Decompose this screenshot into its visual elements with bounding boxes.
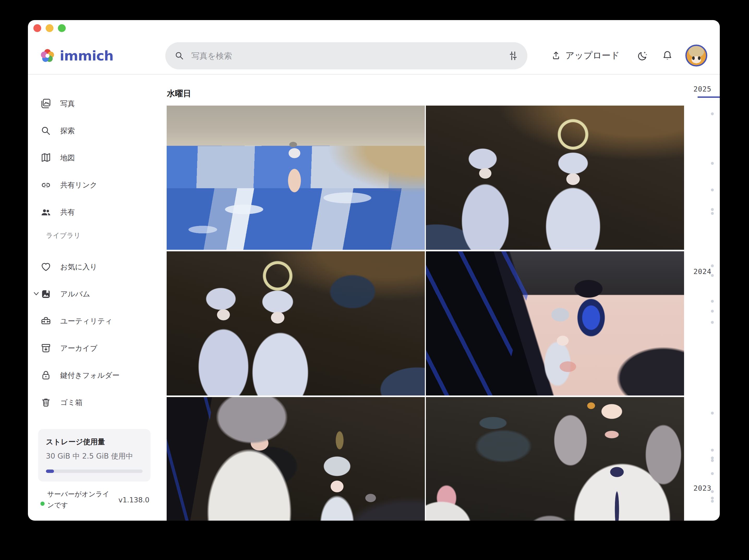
scrubber-dot (711, 490, 714, 493)
sidebar-item-shared-links[interactable]: 共有リンク (28, 177, 167, 193)
date-group-header: 水曜日 (167, 88, 191, 99)
chevron-down-icon[interactable] (34, 292, 39, 296)
people-icon (40, 207, 51, 218)
search-input[interactable] (191, 51, 501, 61)
sidebar-item-trash[interactable]: ゴミ箱 (28, 395, 167, 410)
app-header: immich アップロード (28, 20, 720, 74)
album-icon (40, 288, 51, 300)
sidebar-item-label: 地図 (60, 153, 75, 163)
sidebar-item-archive[interactable]: アーカイブ (28, 341, 167, 356)
sidebar-item-explore[interactable]: 探索 (28, 123, 167, 139)
storage-progress-fill (46, 470, 54, 473)
scrubber-dot (711, 472, 714, 475)
archive-icon (40, 343, 51, 354)
link-icon (40, 179, 51, 191)
scrubber-dot (711, 274, 714, 277)
photo-thumbnail[interactable] (167, 106, 425, 250)
sidebar-item-label: アルバム (60, 289, 90, 299)
sidebar-item-label: 共有 (60, 207, 75, 217)
heart-icon (40, 261, 51, 273)
sidebar-item-label: お気に入り (60, 262, 97, 272)
upload-icon (551, 50, 561, 61)
sidebar-item-photos[interactable]: 写真 (28, 96, 167, 112)
app-window: immich アップロード (28, 20, 720, 521)
storage-usage-text: 30 GiB 中 2.5 GiB 使用中 (46, 451, 143, 461)
upload-label: アップロード (565, 49, 620, 62)
sidebar-item-favorites[interactable]: お気に入り (28, 259, 167, 275)
lock-icon (40, 370, 51, 381)
sidebar-item-albums[interactable]: アルバム (28, 286, 167, 302)
toolbox-icon (40, 316, 51, 327)
immich-logo[interactable]: immich (39, 47, 113, 64)
photo-thumbnail[interactable] (167, 251, 425, 395)
photo-grid (167, 106, 684, 521)
scrubber-year-2023[interactable]: 2023 (693, 484, 711, 492)
timeline-scrubber[interactable]: 2025 2024 2023 (684, 74, 720, 520)
scrubber-dot (711, 310, 714, 313)
photos-icon (40, 98, 51, 109)
server-status-text: サーバーがオンラインです (47, 489, 115, 511)
scrubber-dot (711, 412, 714, 414)
scrubber-dot (711, 459, 714, 462)
sidebar-item-label: 探索 (60, 126, 75, 136)
server-online-dot (40, 502, 45, 506)
minimize-button[interactable] (46, 24, 53, 32)
sidebar-item-sharing[interactable]: 共有 (28, 204, 167, 220)
scrubber-dot (711, 112, 714, 115)
photo-thumbnail[interactable] (167, 397, 425, 521)
sidebar-item-utilities[interactable]: ユーティリティ (28, 314, 167, 329)
sidebar: 写真 探索 地図 共有 (28, 74, 167, 520)
notifications-bell-icon[interactable] (661, 50, 673, 62)
map-icon (40, 152, 51, 164)
scrubber-dot (711, 189, 714, 191)
app-body: 写真 探索 地図 共有 (28, 74, 720, 520)
scrubber-dot (711, 449, 714, 452)
scrubber-dot (711, 500, 714, 503)
scrubber-dot (711, 497, 714, 499)
photo-timeline: 水曜日 (167, 74, 684, 520)
storage-progress-track (46, 470, 143, 473)
sidebar-item-map[interactable]: 地図 (28, 150, 167, 166)
sidebar-item-label: 鍵付きフォルダー (60, 370, 120, 380)
upload-button[interactable]: アップロード (551, 47, 620, 64)
sidebar-section-library: ライブラリ (46, 232, 167, 239)
scrubber-dot (711, 300, 714, 303)
user-avatar[interactable] (685, 45, 707, 66)
scrubber-dot (711, 162, 714, 165)
window-controls (34, 24, 66, 32)
scrubber-dot (711, 208, 714, 211)
photo-thumbnail[interactable] (426, 397, 684, 521)
photo-thumbnail[interactable] (426, 251, 684, 395)
server-version: v1.138.0 (119, 496, 149, 504)
sidebar-item-locked-folder[interactable]: 鍵付きフォルダー (28, 368, 167, 383)
dark-mode-icon[interactable] (637, 50, 648, 62)
scrubber-year-2024[interactable]: 2024 (693, 267, 711, 276)
zoom-button[interactable] (58, 24, 66, 32)
search-filter-icon[interactable] (508, 50, 518, 61)
scrubber-year-2025[interactable]: 2025 (693, 85, 711, 93)
storage-title: ストレージ使用量 (46, 437, 143, 447)
search-bar[interactable] (165, 42, 527, 69)
desktop-background: { "window": { "traffic_lights": { "close… (0, 0, 749, 560)
scrubber-active-year-indicator (698, 96, 720, 98)
sidebar-item-label: 写真 (60, 99, 75, 109)
search-icon (40, 125, 51, 136)
immich-flower-icon (39, 47, 56, 64)
close-button[interactable] (34, 24, 41, 32)
trash-icon (40, 397, 51, 408)
scrubber-dot (711, 264, 714, 267)
sidebar-item-label: ゴミ箱 (60, 397, 82, 408)
sidebar-item-label: 共有リンク (60, 180, 97, 190)
photo-thumbnail[interactable] (426, 106, 684, 250)
scrubber-dot (711, 212, 714, 215)
search-icon (174, 50, 185, 61)
storage-usage-card: ストレージ使用量 30 GiB 中 2.5 GiB 使用中 (38, 429, 150, 481)
app-title: immich (60, 48, 113, 64)
scrubber-dot (711, 321, 714, 324)
server-status-row: サーバーがオンラインです v1.138.0 (38, 489, 150, 517)
sidebar-item-label: ユーティリティ (60, 316, 112, 326)
sidebar-item-label: アーカイブ (60, 343, 98, 353)
